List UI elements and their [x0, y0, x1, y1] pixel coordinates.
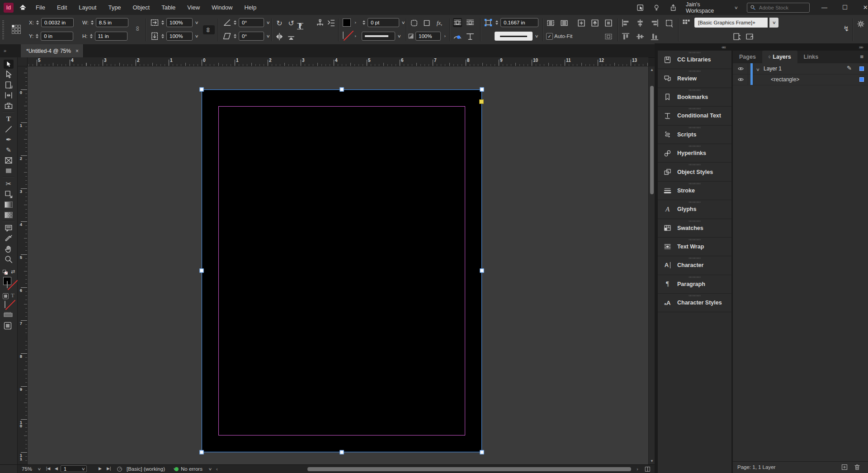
last-page-button[interactable]: ▶|	[107, 466, 111, 471]
previous-page-button[interactable]: ◀	[55, 466, 58, 471]
scale-y-field[interactable]: 100%	[166, 32, 193, 41]
fill-flyout-chevron-icon[interactable]: ›	[352, 20, 359, 25]
gap-tool[interactable]	[4, 91, 14, 100]
handle-top-center[interactable]	[340, 88, 344, 92]
h-field[interactable]: 11 in	[95, 32, 127, 41]
panel-settings-gear-icon[interactable]	[856, 19, 865, 28]
menu-object[interactable]: Object	[127, 0, 156, 15]
window-split-icon[interactable]	[645, 466, 651, 472]
object-style-dropdown[interactable]: [Basic Graphics Frame]+	[694, 18, 768, 28]
scroll-left-icon[interactable]: ‹	[216, 466, 218, 472]
maximize-button[interactable]: ☐	[839, 3, 850, 13]
effects-icon[interactable]: fx,	[435, 19, 444, 28]
stroke-type-chevron-icon[interactable]: ∨	[396, 34, 403, 38]
close-button[interactable]: ✕	[860, 3, 868, 13]
type-tool[interactable]: T	[4, 114, 14, 123]
share-icon[interactable]	[670, 4, 677, 12]
panel-grip[interactable]	[2, 20, 4, 39]
rotate-ccw-icon[interactable]: ↺	[287, 19, 296, 28]
panel-item-cc-libraries[interactable]: CC Libraries	[658, 51, 731, 69]
constrain-dimensions-icon[interactable]: ∞	[134, 24, 143, 33]
panel-item-character[interactable]: ACharacter	[658, 256, 731, 275]
stroke-weight-field[interactable]: 0 pt	[368, 18, 399, 27]
vertical-ruler[interactable]: 01234567891011	[18, 66, 28, 464]
scroll-down-icon[interactable]: ▼	[649, 459, 655, 463]
tab-layers[interactable]: ◊Layers	[762, 51, 797, 63]
fill-color-swatch[interactable]	[343, 19, 351, 27]
scale-y-stepper[interactable]	[160, 33, 165, 40]
vertical-scroll-thumb[interactable]	[650, 86, 654, 194]
delete-layer-trash-icon[interactable]	[854, 464, 861, 471]
export-options-icon[interactable]	[732, 32, 741, 41]
document-tab[interactable]: *Untitled-4 @ 75% ×	[21, 44, 84, 57]
media-browser-icon[interactable]	[637, 4, 644, 12]
swap-fill-stroke-icon[interactable]: ⇄	[11, 269, 15, 275]
fit-frame-to-content-icon[interactable]	[577, 19, 586, 28]
wrap-offset-stepper[interactable]	[495, 19, 499, 26]
object-name[interactable]: <rectangle>	[771, 76, 799, 83]
stroke-weight-stepper[interactable]	[362, 19, 366, 26]
scale-y-chevron-icon[interactable]: ∨	[193, 34, 201, 38]
errors-chevron-icon[interactable]: ∨	[208, 467, 212, 471]
object-style-chevron-icon[interactable]: ∨	[769, 18, 778, 28]
no-text-wrap-icon[interactable]	[453, 18, 462, 27]
panel-item-text-wrap[interactable]: Text Wrap	[658, 238, 731, 256]
stroke-type-dropdown[interactable]	[362, 32, 395, 41]
center-content-icon[interactable]	[604, 19, 613, 28]
pasteboard[interactable]	[28, 66, 648, 464]
document-page[interactable]	[202, 89, 482, 452]
wrap-offset-field[interactable]: 0.1667 in	[500, 18, 538, 27]
eyedropper-tool[interactable]	[4, 234, 14, 243]
zoom-level[interactable]: 75%	[22, 466, 32, 472]
horizontal-scroll-thumb[interactable]	[307, 467, 631, 471]
wrap-to-chevron-icon[interactable]: ∨	[533, 34, 541, 38]
scale-x-chevron-icon[interactable]: ∨	[193, 20, 201, 25]
scale-x-field[interactable]: 100%	[166, 18, 193, 27]
fill-frame-proportionally-icon[interactable]	[546, 19, 555, 28]
tab-pages[interactable]: Pages	[733, 51, 762, 63]
handle-bottom-left[interactable]	[200, 450, 204, 454]
menu-edit[interactable]: Edit	[51, 0, 73, 15]
align-to-selection-icon[interactable]	[665, 19, 674, 28]
panel-menu-icon[interactable]: ≡	[860, 53, 863, 60]
direct-selection-tool[interactable]	[4, 70, 14, 79]
x-stepper[interactable]	[35, 19, 40, 26]
gradient-feather-tool[interactable]	[4, 211, 14, 220]
zoom-chevron-icon[interactable]: ∨	[38, 467, 42, 471]
formatting-affects-container-icon[interactable]	[3, 293, 9, 299]
toolbar-stroke-swatch[interactable]	[7, 281, 8, 288]
align-top-icon[interactable]	[621, 32, 630, 41]
shear-stepper[interactable]	[233, 33, 237, 40]
tab-links[interactable]: Links	[797, 51, 825, 63]
select-previous-object-icon[interactable]	[316, 19, 325, 28]
apply-none-button[interactable]	[5, 301, 5, 308]
panel-item-stroke[interactable]: Stroke	[658, 182, 731, 200]
handle-top-right[interactable]	[480, 88, 484, 92]
dock-collapse-icon[interactable]: ««	[722, 44, 725, 50]
default-fill-stroke-icon[interactable]	[3, 270, 8, 275]
new-layer-icon[interactable]	[841, 464, 848, 471]
flip-vertical-icon[interactable]	[287, 32, 296, 41]
rotation-field[interactable]: 0°	[239, 18, 264, 27]
menu-help[interactable]: Help	[238, 0, 262, 15]
constrain-scale-icon[interactable]: ∞	[203, 25, 215, 34]
auto-fit-checkbox[interactable]: ✓	[546, 33, 553, 40]
scale-x-stepper[interactable]	[160, 19, 165, 26]
rotate-cw-icon[interactable]: ↻	[275, 19, 284, 28]
panel-item-character-styles[interactable]: aACharacter Styles	[658, 294, 731, 312]
stroke-flyout-chevron-icon[interactable]: ›	[352, 34, 359, 38]
wrap-around-bounding-box-icon[interactable]	[466, 18, 475, 27]
vertical-scrollbar[interactable]: ▲ ▼	[648, 66, 655, 464]
fit-content-to-frame-icon[interactable]	[590, 19, 599, 28]
tools-panel-collapse-icon[interactable]: »	[4, 48, 5, 53]
panel-item-conditional-text[interactable]: Conditional Text	[658, 107, 731, 125]
layers-collapse-icon[interactable]: »»	[859, 44, 863, 50]
menu-view[interactable]: View	[181, 0, 206, 15]
layer-name[interactable]: Layer 1	[764, 66, 782, 72]
h-stepper[interactable]	[89, 33, 94, 40]
opacity-chevron-icon[interactable]: ›	[441, 34, 449, 38]
corner-options-icon[interactable]	[410, 19, 419, 28]
page-number-field[interactable]: 1 ∨	[61, 465, 87, 472]
corner-options-widget[interactable]	[479, 99, 484, 104]
menu-table[interactable]: Table	[156, 0, 181, 15]
